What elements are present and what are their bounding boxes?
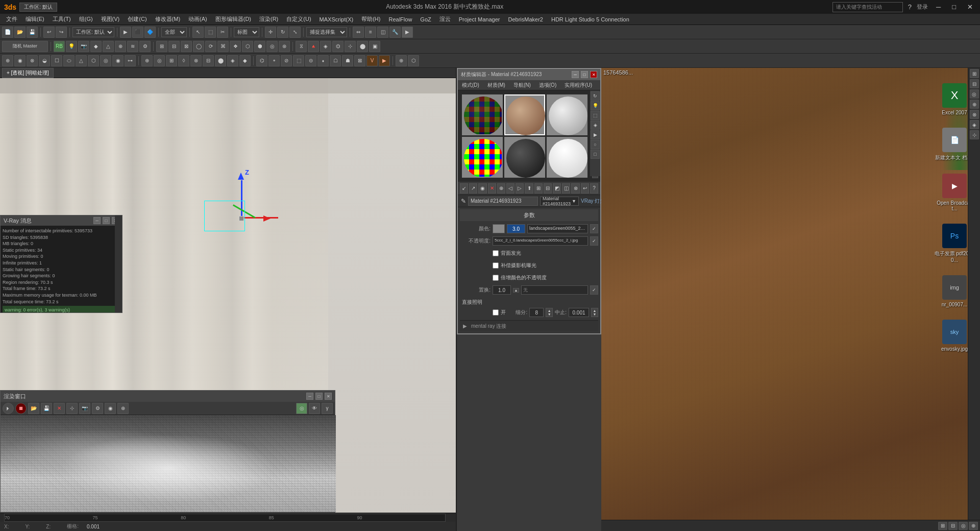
new-btn[interactable]: 📄: [2, 27, 13, 38]
mat-tb-help[interactable]: ?: [590, 183, 598, 194]
tb2-5[interactable]: ⟳: [205, 41, 216, 52]
tb3-30[interactable]: ⊕: [396, 55, 407, 66]
tb3-10[interactable]: ◉: [112, 55, 124, 66]
viewport-layout[interactable]: 标图: [234, 27, 259, 37]
tb2-16[interactable]: ⊹: [345, 41, 356, 52]
workspace-select[interactable]: 工作区: 默认: [72, 27, 114, 37]
render-btn[interactable]: ▶: [402, 27, 413, 38]
tb3-4[interactable]: ◒: [39, 55, 50, 66]
render-save-btn[interactable]: 💾: [41, 403, 52, 414]
rotate-btn[interactable]: ↻: [277, 27, 288, 38]
tb3-7[interactable]: △: [76, 55, 87, 66]
mat-menu-utils[interactable]: 实用程序(U): [560, 81, 596, 90]
mat-tb-put[interactable]: ↗: [469, 183, 477, 194]
param-opacity-map-btn[interactable]: 5ccc_2_i_0.landscapesGreen0055ccc_2_i.jp…: [493, 236, 588, 246]
mat-tb-options[interactable]: ⊞: [534, 183, 543, 194]
menu-graph-editor[interactable]: 图形编辑器(D): [211, 14, 255, 24]
mental-ray-section[interactable]: ▶ mental ray 连接: [460, 320, 598, 331]
mat-icon-light[interactable]: 💡: [591, 101, 600, 110]
right-tb-7[interactable]: ⊹: [970, 130, 979, 139]
render-color-btn[interactable]: ◎: [296, 403, 307, 414]
mat-menu-mode[interactable]: 模式(D): [458, 81, 483, 90]
param-color-map-toggle[interactable]: ✓: [590, 224, 598, 233]
br-tb-1[interactable]: ⊞: [938, 522, 947, 530]
tb3-22[interactable]: ⚬: [268, 55, 280, 66]
tb2-1[interactable]: ⊞: [156, 41, 167, 52]
mat-tb-parent[interactable]: ⬆: [525, 183, 533, 194]
tb3-24[interactable]: ⬚: [293, 55, 304, 66]
login-btn[interactable]: 登录: [917, 3, 928, 11]
tb3-2[interactable]: ◉: [14, 55, 26, 66]
material-preview-1[interactable]: [462, 94, 503, 135]
tb2-2[interactable]: ⊟: [168, 41, 180, 52]
tb3-31[interactable]: ⬡: [408, 55, 419, 66]
mat-icon-bg[interactable]: ⬚: [591, 111, 600, 120]
br-tb-4[interactable]: ⊕: [969, 522, 978, 530]
mat-editor-restore[interactable]: □: [581, 71, 588, 78]
space-warp-btn[interactable]: ≋: [127, 41, 138, 52]
param-colormode-checkbox[interactable]: [493, 275, 499, 281]
render-settings-btn[interactable]: ⚙: [92, 403, 103, 414]
mat-icon-sphere[interactable]: ○: [591, 140, 600, 149]
tb2-3[interactable]: ⊠: [181, 41, 192, 52]
mat-tb-reset[interactable]: ↩: [581, 183, 589, 194]
menu-yun[interactable]: 渲云: [435, 14, 455, 24]
rb-btn[interactable]: RB: [54, 41, 65, 52]
mat-tb-get[interactable]: ↙: [460, 183, 468, 194]
tb3-19[interactable]: ◈: [227, 55, 238, 66]
mat-tb-show-map[interactable]: ◩: [553, 183, 561, 194]
br-tb-3[interactable]: ◎: [959, 522, 968, 530]
menu-maxscript[interactable]: MAXScript(X): [315, 15, 358, 23]
shape-btn[interactable]: △: [103, 41, 114, 52]
material-preview-5[interactable]: [504, 137, 545, 178]
tb2-9[interactable]: ⬢: [254, 41, 265, 52]
tb3-28[interactable]: ☗: [342, 55, 353, 66]
param-color-value[interactable]: [507, 224, 525, 233]
menu-goz[interactable]: GoZ: [416, 15, 435, 23]
material-preview-2[interactable]: [504, 94, 545, 135]
mat-tb-show-3d[interactable]: ◫: [562, 183, 570, 194]
render-close-btn[interactable]: ✕: [325, 393, 332, 400]
right-tb-4[interactable]: ⊕: [970, 100, 979, 109]
mat-tb-nav-right[interactable]: ▷: [516, 183, 524, 194]
select-btn[interactable]: ↖: [192, 27, 204, 38]
vray-icon-btn[interactable]: V: [366, 55, 378, 66]
tb3-16[interactable]: ⊗: [190, 55, 202, 66]
right-tb-3[interactable]: ◎: [970, 89, 979, 99]
help-icon[interactable]: ?: [908, 3, 912, 11]
tb2-8[interactable]: ⬡: [242, 41, 253, 52]
minimize-btn[interactable]: ─: [933, 2, 944, 12]
tb2-7[interactable]: ❖: [230, 41, 241, 52]
right-tb-2[interactable]: ⊟: [970, 79, 979, 88]
tb3-23[interactable]: ⊘: [281, 55, 292, 66]
random-master-btn[interactable]: 随机 Master: [2, 41, 48, 52]
param-displace-map-btn[interactable]: 无: [521, 285, 588, 295]
vray-scrollbar-down[interactable]: [115, 226, 122, 312]
viewport-tab-perspective[interactable]: + [透视] [明暗处理]: [2, 68, 54, 78]
br-tb-2[interactable]: ⊟: [948, 522, 958, 530]
tb2-14[interactable]: ◈: [320, 41, 331, 52]
close-btn[interactable]: ✕: [964, 2, 976, 12]
material-preview-6[interactable]: [547, 137, 587, 178]
menu-file[interactable]: 文件: [2, 14, 21, 24]
toolbar-btn-4[interactable]: ⬛: [132, 27, 143, 38]
cam-btn[interactable]: 📷: [78, 41, 89, 52]
tb2-4[interactable]: ◯: [193, 41, 204, 52]
lasso-btn[interactable]: ✂: [217, 27, 228, 38]
tb3-15[interactable]: ◊: [178, 55, 189, 66]
param-camera-checkbox[interactable]: [493, 262, 499, 269]
tb3-25[interactable]: ⊝: [305, 55, 316, 66]
viewport-3d[interactable]: Z V-Ray 消息 ─ □: [0, 78, 456, 531]
cutoff-spinner[interactable]: ▲ ▼: [591, 308, 598, 317]
param-opacity-toggle[interactable]: ✓: [590, 236, 598, 246]
param-displace-value[interactable]: [493, 285, 511, 295]
subdivs-spinner[interactable]: ▲ ▼: [546, 308, 553, 317]
menu-group[interactable]: 组(G): [75, 14, 97, 24]
right-tb-1[interactable]: ⊞: [970, 69, 979, 78]
mental-ray-expand-icon[interactable]: ▶: [463, 323, 467, 329]
vray-restore-btn[interactable]: □: [103, 217, 110, 224]
tb3-18[interactable]: ⬤: [215, 55, 226, 66]
move-btn[interactable]: ✛: [265, 27, 276, 38]
cutoff-input[interactable]: [569, 308, 589, 317]
tb3-13[interactable]: ◎: [154, 55, 165, 66]
